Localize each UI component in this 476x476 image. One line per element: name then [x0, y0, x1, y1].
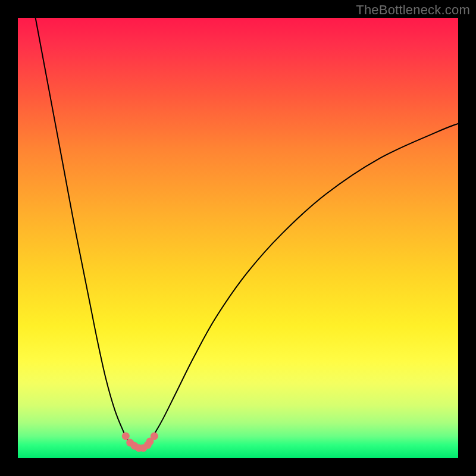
curve-right: [141, 124, 458, 450]
marker-dot: [151, 433, 158, 440]
chart-svg: [18, 18, 458, 458]
plot-area: [18, 18, 458, 458]
bottom-markers: [122, 433, 158, 452]
watermark-text: TheBottleneck.com: [356, 2, 470, 18]
chart-frame: TheBottleneck.com: [0, 0, 476, 476]
curve-left: [36, 18, 142, 449]
marker-dot: [122, 433, 130, 440]
